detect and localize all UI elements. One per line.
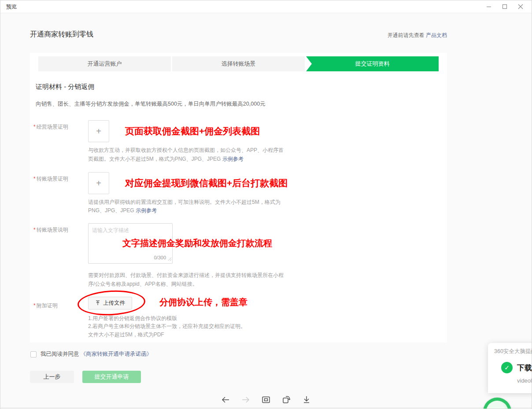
required-mark: *: [33, 302, 36, 309]
agreement-row: 我已阅读并同意 《商家转账开通申请承诺函》: [30, 350, 152, 358]
field-help: 需要对付款原因、付款场景、付款资金来源进行描述，并提供支持转账场景所在小程序/公…: [88, 271, 285, 289]
scene-desc-textarea-box: 0/300: [88, 223, 173, 264]
example-link-1[interactable]: 示例参考: [222, 156, 244, 162]
fit-window-icon[interactable]: [261, 395, 271, 405]
field-help: 请提供用户获得钱的前置流程交互图，可加注释说明。文件大小不超过5M，格式为PNG…: [88, 198, 285, 216]
field-label: *附加证明: [33, 295, 88, 339]
upload-box-transfer-scene[interactable]: +: [88, 172, 109, 194]
plus-icon: +: [96, 179, 101, 188]
security-popup: 360安全大脑提醒 ✓ 下载完 videol: [488, 343, 532, 393]
window-controls: [481, 0, 528, 13]
popup-title: 下载完: [517, 363, 532, 373]
product-doc-link[interactable]: 产品文档: [426, 32, 447, 38]
upload-box-business-scene[interactable]: +: [88, 120, 109, 142]
download-icon[interactable]: [302, 395, 311, 405]
maximize-icon[interactable]: [497, 0, 513, 13]
field-business-scene: *经营场景证明 + 页面获取佣金截图+佣金列表截图 与收款方互动，并获取收款方授…: [30, 120, 447, 164]
red-annotation-4: 分佣协议上传，需盖章: [159, 296, 248, 308]
field-help: 与收款方互动，并获取收款方授权个人信息的页面截图，如公众号、APP、小程序首页截…: [88, 146, 285, 164]
field-label: *转账场景说明: [33, 223, 88, 289]
popup-subtitle: videol: [517, 377, 532, 384]
titlebar: 预览: [0, 0, 532, 13]
upload-file-button[interactable]: 上传文件: [88, 297, 132, 310]
field-extra-proof: *附加证明 上传文件 分佣协议上传，需盖章 1.用户签署的分销返佣合作协议的模版…: [30, 295, 447, 339]
floating-progress-ball-inner: [486, 401, 508, 409]
minimize-icon[interactable]: [481, 0, 497, 13]
floating-progress-ball[interactable]: [483, 398, 511, 409]
red-annotation-2: 对应佣金提现到微信截图+后台打款截图: [125, 177, 288, 189]
plus-icon: +: [96, 127, 101, 136]
example-link-2[interactable]: 示例参考: [136, 207, 157, 214]
required-mark: *: [33, 124, 36, 130]
action-buttons: 上一步 提交开通申请: [30, 371, 141, 383]
agree-checkbox[interactable]: [30, 351, 37, 357]
doc-hint-text: 开通前请先查看: [388, 32, 425, 38]
field-label: *经营场景证明: [33, 120, 88, 164]
step-tabs: 开通运营账户 选择转账场景 提交证明资料: [38, 56, 439, 71]
tab-open-account[interactable]: 开通运营账户: [38, 56, 171, 71]
field-transfer-scene: *转账场景证明 + 对应佣金提现到微信截图+后台打款截图 请提供用户获得钱的前置…: [30, 172, 447, 216]
window-bottom-divider: [0, 407, 532, 408]
submit-application-button[interactable]: 提交开通申请: [82, 371, 141, 383]
char-counter: 0/300: [154, 255, 166, 260]
required-mark: *: [33, 227, 36, 233]
form-card: 开通运营账户 选择转账场景 提交证明资料 证明材料 - 分销返佣 向销售、团长、…: [30, 53, 447, 343]
required-mark: *: [33, 176, 36, 182]
close-icon[interactable]: [513, 0, 528, 13]
section-desc: 向销售、团长、主播等分销方发放佣金，单笔转账最高500元，单日向单用户转账最高2…: [36, 100, 447, 108]
resize-handle-icon[interactable]: [167, 255, 172, 263]
agreement-link[interactable]: 《商家转账开通申请承诺函》: [81, 350, 152, 358]
check-circle-icon: ✓: [501, 362, 513, 373]
agree-text: 我已阅读并同意: [41, 350, 79, 358]
doc-hint-row: 开通前请先查看 产品文档: [30, 32, 447, 39]
popup-header: 360安全大脑提醒: [488, 343, 532, 355]
red-annotation-1: 页面获取佣金截图+佣金列表截图: [125, 125, 260, 137]
tab-submit-proof[interactable]: 提交证明资料: [306, 56, 439, 71]
field-scene-desc: *转账场景说明 0/300 文字描述佣金奖励和发放佣金打款流程 需要对付款原因、…: [30, 223, 447, 289]
prev-step-button[interactable]: 上一步: [30, 371, 74, 383]
upload-arrow-icon: [95, 300, 100, 306]
viewer-toolbar: [221, 395, 311, 405]
section-title: 证明材料 - 分销返佣: [36, 83, 447, 91]
forward-arrow-icon[interactable]: [241, 395, 251, 405]
field-help: 1.用户签署的分销返佣合作协议的模版 2.若商户号主体和分销场景主体不一致，还应…: [88, 314, 447, 339]
rotate-icon[interactable]: [281, 395, 291, 405]
scene-desc-textarea[interactable]: [89, 224, 172, 252]
tab-select-scene[interactable]: 选择转账场景: [172, 56, 305, 71]
window-title: 预览: [6, 3, 17, 11]
back-arrow-icon[interactable]: [221, 395, 230, 405]
field-label: *转账场景证明: [33, 172, 88, 216]
